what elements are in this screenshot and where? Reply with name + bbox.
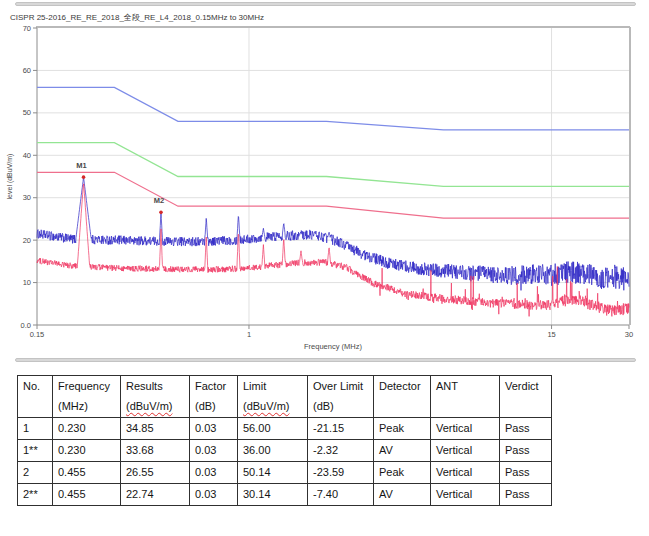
cell-frequency: 0.455 xyxy=(53,462,121,484)
x-tick-label: 0.15 xyxy=(30,330,45,339)
cell-over-limit: -7.40 xyxy=(308,484,374,506)
x-axis-title: Frequency (MHz) xyxy=(304,342,362,351)
cell-limit: 56.00 xyxy=(238,418,308,440)
col-header-no: No. xyxy=(18,376,53,418)
cell-over-limit: -2.32 xyxy=(308,440,374,462)
cell-results: 34.85 xyxy=(121,418,190,440)
cell-detector: Peak xyxy=(374,462,431,484)
y-tick-label: 20 xyxy=(23,236,31,245)
cell-no: 2** xyxy=(18,484,53,506)
y-tick-label: 40 xyxy=(23,151,31,160)
cell-no: 2 xyxy=(18,462,53,484)
middle-divider-bar xyxy=(15,358,636,362)
cell-detector: AV xyxy=(374,440,431,462)
marker-label-M1: M1 xyxy=(76,161,86,170)
cell-no: 1 xyxy=(18,418,53,440)
cell-results: 26.55 xyxy=(121,462,190,484)
cell-results: 22.74 xyxy=(121,484,190,506)
col-header-factor: Factor(dB) xyxy=(190,376,238,418)
col-header-detector: Detector xyxy=(374,376,431,418)
cell-no: 1** xyxy=(18,440,53,462)
peak-trace xyxy=(37,178,629,290)
chart-title: CISPR 25-2016_RE_RE_2018_全段_RE_L4_2018_0… xyxy=(10,12,264,23)
y-tick-label: 10 xyxy=(23,278,31,287)
y-tick-label: 30 xyxy=(23,193,31,202)
cell-factor: 0.03 xyxy=(190,418,238,440)
cell-ant: Vertical xyxy=(431,440,500,462)
x-tick-label: 30 xyxy=(625,330,633,339)
table-header-row: No. Frequency(MHz) Results(dBuV/m) Facto… xyxy=(18,376,552,418)
y-tick-label: 60 xyxy=(23,66,31,75)
x-tick-label: 15 xyxy=(547,330,555,339)
cell-ant: Vertical xyxy=(431,484,500,506)
cell-verdict: Pass xyxy=(500,440,552,462)
cell-ant: Vertical xyxy=(431,462,500,484)
cell-results: 33.68 xyxy=(121,440,190,462)
col-header-verdict: Verdict xyxy=(500,376,552,418)
cell-frequency: 0.230 xyxy=(53,418,121,440)
axes: 0.0102030405060700.1511530 xyxy=(21,24,634,339)
cell-factor: 0.03 xyxy=(190,462,238,484)
col-header-results: Results(dBuV/m) xyxy=(121,376,190,418)
cell-verdict: Pass xyxy=(500,462,552,484)
cell-frequency: 0.230 xyxy=(53,440,121,462)
y-tick-label: 70 xyxy=(23,24,31,33)
limit-line-av-limit xyxy=(37,172,629,218)
y-axis-title: level (dBuV/m) xyxy=(6,154,14,200)
cell-factor: 0.03 xyxy=(190,440,238,462)
cell-verdict: Pass xyxy=(500,484,552,506)
cell-over-limit: -21.15 xyxy=(308,418,374,440)
top-divider-bar xyxy=(15,2,636,6)
table-row: 1** 0.230 33.68 0.03 36.00 -2.32 AV Vert… xyxy=(18,440,552,462)
cell-limit: 50.14 xyxy=(238,462,308,484)
marker-dot-M1 xyxy=(82,175,86,179)
cell-ant: Vertical xyxy=(431,418,500,440)
marker-label-M2: M2 xyxy=(154,196,164,205)
cell-frequency: 0.455 xyxy=(53,484,121,506)
table-row: 1 0.230 34.85 0.03 56.00 -21.15 Peak Ver… xyxy=(18,418,552,440)
col-header-limit: Limit(dBuV/m) xyxy=(238,376,308,418)
col-header-frequency: Frequency(MHz) xyxy=(53,376,121,418)
y-tick-label: 50 xyxy=(23,108,31,117)
marker-dot-M2 xyxy=(159,211,163,215)
cell-factor: 0.03 xyxy=(190,484,238,506)
cell-verdict: Pass xyxy=(500,418,552,440)
cell-detector: AV xyxy=(374,484,431,506)
cell-over-limit: -23.59 xyxy=(308,462,374,484)
col-header-ant: ANT xyxy=(431,376,500,418)
table-row: 2** 0.455 22.74 0.03 30.14 -7.40 AV Vert… xyxy=(18,484,552,506)
av-trace xyxy=(37,184,629,317)
cell-limit: 36.00 xyxy=(238,440,308,462)
table-row: 2 0.455 26.55 0.03 50.14 -23.59 Peak Ver… xyxy=(18,462,552,484)
x-tick-label: 1 xyxy=(247,330,251,339)
col-header-over-limit: Over Limit(dB) xyxy=(308,376,374,418)
cell-detector: Peak xyxy=(374,418,431,440)
cell-limit: 30.14 xyxy=(238,484,308,506)
results-table: No. Frequency(MHz) Results(dBuV/m) Facto… xyxy=(17,375,552,506)
limit-line-qp-limit xyxy=(37,143,629,187)
spectrum-chart: 0.0102030405060700.1511530Frequency (MHz… xyxy=(0,24,649,360)
markers: M1M2 xyxy=(76,161,164,214)
y-tick-label: 0.0 xyxy=(21,321,31,330)
limit-line-peak-limit xyxy=(37,87,629,129)
